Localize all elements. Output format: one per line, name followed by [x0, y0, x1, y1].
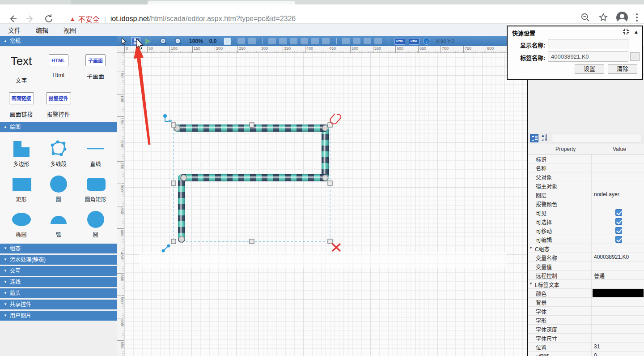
run-icon[interactable]: [144, 37, 152, 45]
section-header-general[interactable]: ▲ 常规: [0, 36, 117, 46]
palette-item[interactable]: Text文字: [3, 51, 40, 87]
property-row[interactable]: 可见: [528, 208, 644, 217]
property-name: C组态: [535, 245, 589, 253]
property-row[interactable]: 标识: [528, 154, 644, 163]
property-name: x偏移: [536, 352, 589, 356]
bookmark-star-icon[interactable]: [598, 13, 608, 22]
property-name: 背景: [536, 299, 589, 306]
property-row[interactable]: 变量值: [528, 262, 644, 271]
expand-triangle-icon: ▼: [4, 266, 7, 276]
palette-item[interactable]: HTMLHtml: [40, 51, 77, 87]
property-row[interactable]: 颜色: [528, 289, 644, 298]
expand-triangle-icon: ▼: [4, 255, 7, 265]
profile-avatar[interactable]: [616, 12, 628, 23]
select-tool-icon[interactable]: [120, 37, 127, 45]
info-icon[interactable]: i: [423, 38, 430, 45]
menu-file[interactable]: 文件: [8, 26, 21, 34]
palette-item[interactable]: 画面链接画面链接: [3, 90, 40, 121]
html-export-icon[interactable]: HTML: [394, 38, 405, 45]
tag-name-input[interactable]: [548, 51, 628, 62]
sort-az-icon[interactable]: AZ: [541, 134, 550, 142]
color-swatch[interactable]: [593, 289, 644, 297]
back-icon[interactable]: [7, 13, 18, 24]
property-row[interactable]: 图层nodeLayer: [528, 190, 644, 199]
property-row[interactable]: 可编辑: [528, 235, 644, 244]
property-row[interactable]: 字体深度: [528, 325, 644, 334]
property-name: 位置: [536, 343, 589, 351]
menu-edit[interactable]: 编辑: [36, 26, 48, 34]
drawing-tool-polyline[interactable]: 多线段: [40, 139, 77, 168]
section-header-collapsed[interactable]: ▼用户图片: [0, 311, 117, 321]
property-row[interactable]: 报警颜色: [528, 199, 644, 208]
browser-zoom-icon[interactable]: [580, 13, 590, 22]
property-row[interactable]: 字体尺寸: [528, 334, 644, 343]
property-row[interactable]: 变量名称400038921.K0: [528, 253, 644, 262]
drawing-tool-arc[interactable]: 弧: [40, 210, 77, 239]
property-row[interactable]: 背景: [528, 298, 644, 307]
property-value: 31: [594, 343, 643, 350]
property-row[interactable]: 可选择: [528, 217, 644, 226]
property-row[interactable]: 远程控制普通: [528, 271, 644, 280]
checkbox-checked-icon[interactable]: [615, 227, 622, 234]
palette-item[interactable]: 子画面子画面: [77, 51, 114, 87]
property-row[interactable]: 字体: [528, 307, 644, 316]
property-row[interactable]: 字形: [528, 316, 644, 325]
property-row[interactable]: 父对象: [528, 172, 644, 181]
property-row[interactable]: 名称: [528, 163, 644, 172]
reload-icon[interactable]: [43, 13, 54, 24]
section-header-drawing[interactable]: ▲ 绘图: [0, 122, 117, 132]
zoom-out-icon[interactable]: [174, 37, 182, 45]
drawing-tool-circle[interactable]: 圆: [40, 175, 77, 204]
palette-item[interactable]: 报警控件报警控件: [40, 90, 77, 121]
checkbox-checked-icon[interactable]: [615, 209, 622, 216]
save-icon[interactable]: [131, 37, 140, 45]
browser-active-tab[interactable]: [148, 1, 295, 4]
browser-menu-icon[interactable]: [636, 13, 638, 21]
zoom-in-icon[interactable]: [160, 37, 167, 45]
html-view-icon[interactable]: HTML: [409, 38, 419, 45]
toolbar-icon-disabled: [279, 38, 287, 44]
ruler-tick-label: 200: [215, 46, 223, 53]
collapse-panel-icon[interactable]: ▲: [634, 29, 639, 34]
property-search-field[interactable]: [552, 134, 641, 142]
section-header-collapsed[interactable]: ▼交互: [0, 266, 117, 276]
property-section-row[interactable]: C组态: [528, 244, 644, 253]
property-row[interactable]: 可移动: [528, 226, 644, 235]
property-section-row[interactable]: L标签文本: [528, 280, 644, 289]
menu-view[interactable]: 视图: [64, 26, 76, 34]
section-header-collapsed[interactable]: ▼连线: [0, 277, 117, 287]
checkbox-checked-icon[interactable]: [615, 218, 622, 225]
drawing-palette: 多边形多线段直线矩形圆圆角矩形椭圆弧圆: [0, 133, 117, 244]
drawing-tool-rect[interactable]: 矩形: [3, 175, 40, 204]
property-row[interactable]: 宿主对象: [528, 181, 644, 190]
property-row[interactable]: 位置31: [528, 343, 644, 352]
dock-panel-icon[interactable]: [623, 28, 629, 35]
property-row[interactable]: x偏移0: [528, 352, 644, 356]
ruler-tick-label: 250: [117, 161, 124, 182]
display-name-input[interactable]: [548, 39, 628, 49]
drawing-tool-polygon[interactable]: 多边形: [3, 139, 40, 168]
set-button[interactable]: 设置: [575, 64, 604, 74]
property-name: 报警颜色: [536, 200, 589, 208]
design-canvas[interactable]: [124, 53, 527, 356]
drawing-tool-circle[interactable]: 圆: [77, 210, 114, 239]
section-header-collapsed[interactable]: ▼共享控件: [0, 300, 117, 309]
categorize-icon[interactable]: [530, 134, 538, 142]
clear-button[interactable]: 清除: [608, 64, 637, 74]
section-header-collapsed[interactable]: ▼组态: [0, 244, 117, 253]
polygon-icon: [12, 139, 31, 158]
browser-tab[interactable]: [71, 0, 148, 4]
section-header-collapsed[interactable]: ▼污水处理(静态): [0, 255, 117, 265]
drawing-tool-rounded-rect[interactable]: 圆角矩形: [77, 175, 114, 204]
checkbox-checked-icon[interactable]: [615, 236, 622, 243]
url-host: iot.idosp.net: [110, 15, 149, 23]
url-bar[interactable]: ▲! 不安全 | iot.idosp.net/html/scada/editor…: [69, 13, 296, 24]
vertical-ruler: 50100150200250300350400450500550600650: [117, 53, 124, 356]
forward-icon[interactable]: [25, 13, 36, 24]
browse-button[interactable]: ...: [630, 52, 640, 61]
canvas-settings-icon[interactable]: [224, 37, 231, 45]
palette-item-label: 报警控件: [47, 110, 70, 118]
drawing-tool-ellipse[interactable]: 椭圆: [3, 210, 40, 239]
drawing-tool-line[interactable]: 直线: [77, 139, 114, 168]
section-header-collapsed[interactable]: ▼箭头: [0, 288, 117, 298]
